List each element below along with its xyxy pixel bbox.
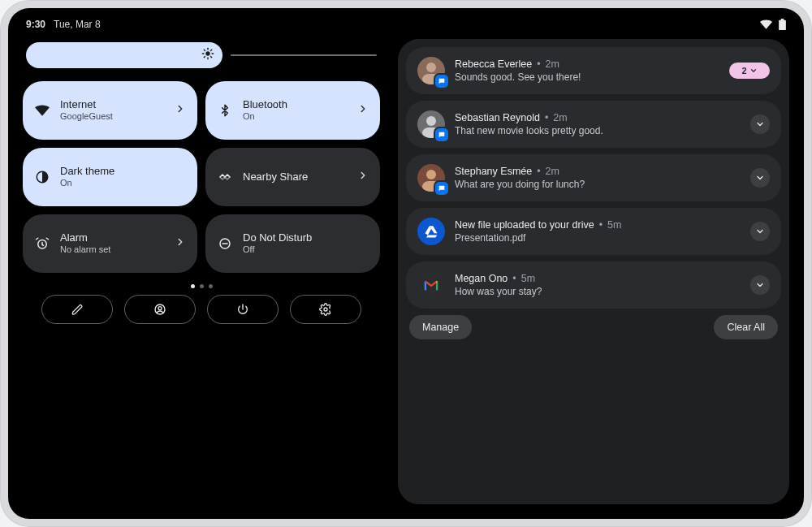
messages-app-badge-icon	[435, 128, 448, 141]
chevron-down-icon	[755, 227, 765, 236]
tile-subtitle: GoogleGuest	[60, 111, 165, 122]
notification-time: 5m	[521, 273, 535, 284]
notification-item[interactable]: Stephany Esmée • 2m What are you doing f…	[406, 154, 781, 201]
expand-button[interactable]	[750, 114, 770, 134]
tile-alarm[interactable]: Alarm No alarm set	[23, 214, 197, 273]
notification-item[interactable]: New file uploaded to your drive • 5m Pre…	[406, 208, 781, 255]
tile-subtitle: No alarm set	[60, 244, 165, 255]
notification-avatar	[417, 57, 445, 84]
notification-subtitle: Presentation.pdf	[455, 232, 741, 244]
notification-title: Stephany Esmée	[455, 166, 532, 177]
svg-line-7	[204, 57, 205, 58]
notification-title: Rebecca Everlee	[455, 58, 532, 70]
content: Internet GoogleGuest Bluetooth	[23, 39, 789, 504]
notification-title: Megan Ono	[455, 273, 508, 284]
notifications-pane: Rebecca Everlee • 2m Sounds good. See yo…	[398, 39, 789, 504]
screen: 9:30 Tue, Mar 8	[8, 8, 804, 519]
tile-title: Internet	[60, 99, 165, 111]
separator-dot: •	[599, 219, 603, 231]
drive-app-icon	[417, 218, 445, 245]
notification-subtitle: Sounds good. See you there!	[455, 71, 719, 83]
svg-point-16	[426, 63, 436, 72]
tile-title: Dark theme	[60, 166, 186, 178]
chevron-right-icon	[357, 103, 369, 118]
gear-icon	[319, 303, 332, 316]
edit-tiles-button[interactable]	[41, 295, 113, 324]
notification-avatar	[417, 164, 445, 192]
brightness-slider[interactable]	[26, 42, 377, 68]
user-switch-button[interactable]	[124, 295, 196, 324]
svg-line-6	[210, 57, 211, 58]
tile-title: Alarm	[60, 232, 165, 244]
tile-subtitle: On	[243, 111, 348, 122]
pager-dot	[209, 284, 213, 288]
chevron-down-icon	[755, 280, 765, 290]
messages-app-badge-icon	[435, 75, 448, 88]
notification-item[interactable]: Rebecca Everlee • 2m Sounds good. See yo…	[406, 47, 781, 94]
tile-nearby-share[interactable]: Nearby Share	[205, 148, 380, 206]
notifications-actions: Manage Clear All	[406, 315, 781, 341]
notification-time: 5m	[607, 219, 621, 231]
notification-subtitle: How was your stay?	[455, 286, 741, 297]
tile-subtitle: Off	[243, 244, 369, 255]
notification-subtitle: What are you doing for lunch?	[455, 179, 741, 190]
notification-subtitle: That new movie looks pretty good.	[455, 125, 741, 136]
pager-dots[interactable]	[23, 284, 380, 288]
chevron-right-icon	[175, 236, 186, 251]
svg-rect-26	[425, 281, 426, 290]
notification-item[interactable]: Megan Ono • 5m How was your stay?	[406, 261, 781, 309]
tile-internet[interactable]: Internet GoogleGuest	[23, 81, 197, 140]
notification-title: New file uploaded to your drive	[455, 219, 594, 231]
svg-line-5	[204, 50, 205, 50]
svg-point-0	[205, 51, 209, 55]
svg-point-20	[426, 170, 436, 179]
svg-point-15	[324, 308, 327, 311]
tile-title: Nearby Share	[243, 171, 348, 184]
power-icon	[236, 303, 249, 316]
pager-dot	[191, 284, 195, 288]
chevron-down-icon	[755, 119, 765, 129]
svg-point-18	[426, 116, 436, 126]
svg-point-14	[158, 307, 162, 310]
separator-dot: •	[512, 273, 516, 284]
svg-marker-24	[426, 235, 438, 238]
notification-title: Sebastian Reynold	[455, 112, 540, 123]
notification-time: 2m	[546, 166, 559, 177]
clear-all-button[interactable]: Clear All	[714, 315, 778, 339]
do-not-disturb-icon	[217, 235, 233, 252]
tile-dark-theme[interactable]: Dark theme On	[23, 148, 197, 206]
tile-title: Bluetooth	[243, 99, 348, 111]
notification-count-badge[interactable]: 2	[729, 63, 770, 79]
chevron-down-icon	[755, 173, 765, 183]
expand-button[interactable]	[750, 275, 770, 295]
expand-button[interactable]	[750, 168, 770, 188]
device-frame: 9:30 Tue, Mar 8	[0, 0, 812, 527]
expand-button[interactable]	[750, 222, 770, 241]
notifications-panel: Rebecca Everlee • 2m Sounds good. See yo…	[398, 39, 789, 504]
status-bar: 9:30 Tue, Mar 8	[8, 15, 804, 34]
brightness-fill	[26, 42, 222, 68]
power-button[interactable]	[207, 295, 279, 324]
tile-bluetooth[interactable]: Bluetooth On	[205, 81, 380, 140]
settings-button[interactable]	[290, 295, 361, 324]
pager-dot	[200, 284, 204, 288]
wifi-icon	[34, 102, 50, 119]
notification-avatar	[417, 110, 445, 138]
separator-dot: •	[537, 166, 540, 177]
chevron-right-icon	[357, 170, 369, 184]
status-time: 9:30	[26, 19, 45, 30]
quick-settings-actions	[23, 295, 380, 324]
contrast-icon	[34, 169, 50, 185]
tile-do-not-disturb[interactable]: Do Not Disturb Off	[205, 214, 380, 273]
notification-item[interactable]: Sebastian Reynold • 2m That new movie lo…	[406, 101, 781, 148]
brightness-track	[231, 54, 377, 56]
nearby-share-icon	[217, 169, 233, 185]
svg-line-8	[210, 50, 211, 50]
chevron-right-icon	[175, 103, 186, 118]
notification-time: 2m	[546, 58, 559, 70]
separator-dot: •	[537, 58, 540, 70]
tile-title: Do Not Disturb	[243, 232, 369, 244]
manage-notifications-button[interactable]: Manage	[409, 315, 472, 339]
tile-subtitle: On	[60, 178, 186, 188]
user-icon	[153, 303, 166, 316]
